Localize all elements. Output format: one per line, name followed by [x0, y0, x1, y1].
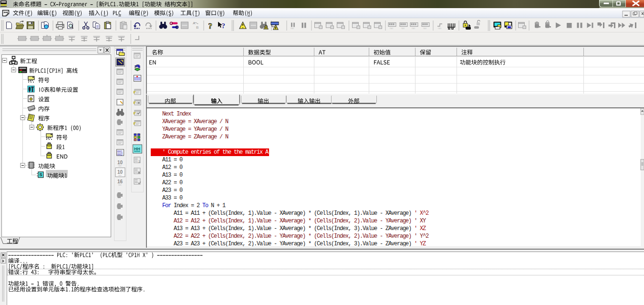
svg-text:002: 002: [117, 153, 123, 157]
svg-text:ran: ran: [390, 27, 393, 30]
svg-text:ran: ran: [401, 27, 405, 30]
svg-text:ran: ran: [118, 164, 122, 167]
svg-text:ran: ran: [412, 27, 415, 30]
svg-text:1: 1: [138, 160, 140, 163]
svg-text:?: ?: [208, 21, 213, 31]
svg-text:ran: ran: [438, 27, 441, 30]
svg-text:S: S: [40, 172, 42, 177]
svg-text:ran: ran: [118, 183, 122, 186]
svg-text:B: B: [196, 25, 198, 30]
svg-text:ran: ran: [118, 174, 122, 177]
svg-text:ran: ran: [291, 27, 294, 30]
svg-text:HH: HH: [134, 147, 140, 151]
svg-text:?: ?: [222, 22, 226, 30]
svg-text:ran: ran: [423, 27, 426, 30]
